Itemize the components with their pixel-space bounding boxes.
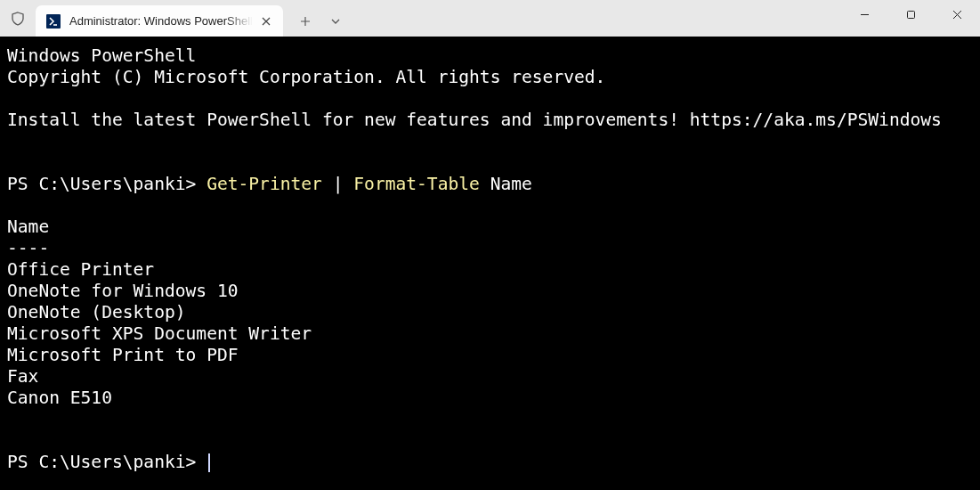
close-window-button[interactable] xyxy=(934,0,980,29)
printer-row: Microsoft XPS Document Writer xyxy=(7,323,312,344)
printer-row: Canon E510 xyxy=(7,388,112,408)
prompt-prefix: PS C:\Users\panki> xyxy=(7,174,207,194)
minimize-icon xyxy=(860,10,870,20)
cmdlet: Format-Table xyxy=(353,174,480,194)
terminal-window: Administrator: Windows PowerShell Window… xyxy=(0,0,980,490)
new-tab-button[interactable] xyxy=(290,5,320,37)
tab-close-button[interactable] xyxy=(258,13,274,29)
banner-line: Windows PowerShell xyxy=(7,45,196,66)
tab-dropdown-button[interactable] xyxy=(320,5,351,37)
printer-row: Office Printer xyxy=(7,259,154,280)
printer-row: OneNote for Windows 10 xyxy=(7,281,239,301)
minimize-button[interactable] xyxy=(841,0,887,29)
terminal-output[interactable]: Windows PowerShell Copyright (C) Microso… xyxy=(0,37,980,490)
cursor xyxy=(208,453,210,472)
tab-active[interactable]: Administrator: Windows PowerShell xyxy=(36,5,283,37)
tab-title: Administrator: Windows PowerShell xyxy=(69,14,253,28)
close-icon xyxy=(952,10,962,20)
banner-line: Install the latest PowerShell for new fe… xyxy=(7,110,942,130)
svg-rect-0 xyxy=(907,11,914,18)
cmd-arg: Name xyxy=(480,174,532,194)
shield-icon xyxy=(11,12,25,26)
printer-row: Fax xyxy=(7,366,38,387)
plus-icon xyxy=(300,16,311,27)
window-controls xyxy=(841,0,980,29)
close-icon xyxy=(262,17,271,26)
printer-row: OneNote (Desktop) xyxy=(7,302,186,323)
powershell-icon xyxy=(46,14,61,29)
banner-line: Copyright (C) Microsoft Corporation. All… xyxy=(7,67,605,87)
printer-row: Microsoft Print to PDF xyxy=(7,345,239,365)
maximize-button[interactable] xyxy=(887,0,934,29)
chevron-down-icon xyxy=(331,17,340,26)
column-header: Name xyxy=(7,216,49,237)
pipe: | xyxy=(322,174,353,194)
column-underline: ---- xyxy=(7,238,49,258)
prompt-prefix: PS C:\Users\panki> xyxy=(7,452,207,472)
titlebar: Administrator: Windows PowerShell xyxy=(0,0,980,37)
maximize-icon xyxy=(906,10,916,20)
cmdlet: Get-Printer xyxy=(207,174,322,194)
app-icon xyxy=(0,0,36,37)
